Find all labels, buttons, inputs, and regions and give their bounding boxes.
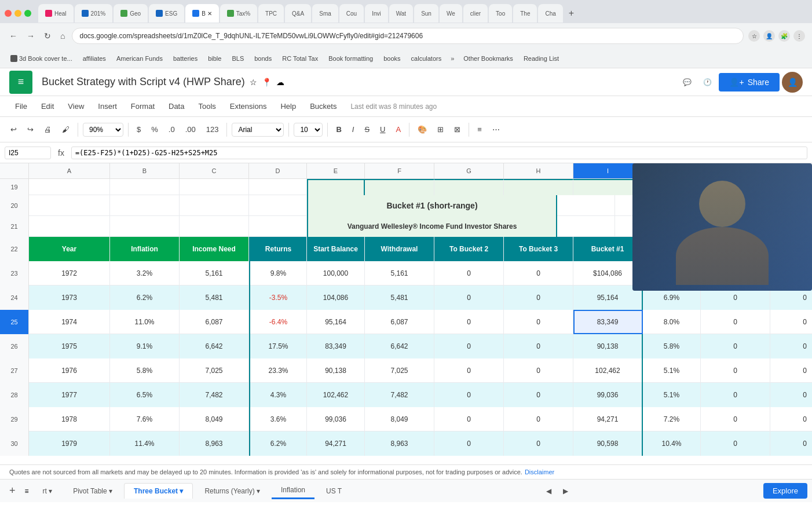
bookmark-bonds[interactable]: bonds	[251, 54, 275, 63]
sheet-tab-three-bucket[interactable]: Three Bucket ▾	[124, 483, 193, 499]
cell-d21[interactable]	[249, 216, 307, 237]
zoom-select[interactable]: 90%	[83, 123, 123, 137]
cell-start-bal-24[interactable]: 104,086	[307, 286, 365, 310]
cell-start-bal-29[interactable]: 99,036	[307, 407, 365, 431]
row-number[interactable]: 21	[0, 216, 29, 237]
col-header-d[interactable]: D	[249, 163, 307, 178]
cell-bucket1-27[interactable]: 102,462	[573, 358, 643, 383]
history-icon[interactable]: 🕐	[698, 74, 716, 91]
browser-tab[interactable]: Q&A	[285, 4, 311, 23]
cell-returns2-29[interactable]: 7.2%	[643, 407, 701, 431]
cell-to-bucket3-29[interactable]: 0	[504, 407, 573, 431]
cell-to-bucket2-23[interactable]: 0	[434, 261, 504, 286]
menu-buckets[interactable]: Buckets	[304, 100, 342, 113]
cell-a20[interactable]	[29, 195, 110, 216]
bookmark-affiliates[interactable]: affiliates	[79, 54, 109, 63]
row-number-27[interactable]: 27	[0, 358, 29, 383]
cell-withdrawal-25[interactable]: 6,087	[365, 310, 434, 334]
bookmark-bls[interactable]: BLS	[228, 54, 247, 63]
browser-tab[interactable]: Cha	[538, 4, 562, 23]
text-color-button[interactable]: A	[393, 123, 405, 136]
sheet-prev-button[interactable]: ◀	[542, 485, 556, 497]
share-button[interactable]: 👤+ Share	[719, 73, 780, 92]
cell-start-bal2-26[interactable]: 0	[701, 334, 770, 358]
decimal-decrease-button[interactable]: .0	[165, 123, 178, 136]
cell-withdrawal2-28[interactable]: 0	[770, 383, 812, 407]
browser-tab[interactable]: We	[440, 4, 462, 23]
bucket1-title-cell[interactable]: Bucket #1 (short-range)	[307, 195, 557, 216]
cell-to-bucket2-25[interactable]: 0	[434, 310, 504, 334]
header-withdrawal[interactable]: Withdrawal	[365, 237, 434, 261]
underline-button[interactable]: U	[376, 123, 389, 136]
browser-tab[interactable]: Too	[489, 4, 512, 23]
menu-help[interactable]: Help	[275, 100, 302, 113]
cell-c21[interactable]	[180, 216, 249, 237]
cell-bucket1-28[interactable]: 99,036	[573, 383, 643, 407]
menu-view[interactable]: View	[62, 100, 90, 113]
browser-tab-active[interactable]: B ✕	[185, 4, 218, 23]
sheet-list-button[interactable]: ≡	[23, 485, 31, 497]
browser-tab[interactable]: TPC	[258, 4, 284, 23]
sheet-tab-returns-yearly[interactable]: Returns (Yearly) ▾	[195, 484, 269, 499]
cell-h19[interactable]	[504, 179, 573, 195]
borders-button[interactable]: ⊞	[434, 123, 447, 136]
browser-tab[interactable]: Heal	[38, 4, 74, 23]
cell-c20[interactable]	[180, 195, 249, 216]
cell-year-23[interactable]: 1972	[29, 261, 110, 286]
cell-d19[interactable]	[249, 179, 307, 195]
formula-input[interactable]	[71, 147, 807, 159]
user-avatar[interactable]: 👤	[782, 72, 803, 93]
cell-inflation-23[interactable]: 3.2%	[110, 261, 180, 286]
cell-returns2-30[interactable]: 10.4%	[643, 431, 701, 456]
cell-year-27[interactable]: 1976	[29, 358, 110, 383]
bookmark-reading-list[interactable]: Reading List	[520, 54, 562, 63]
cell-year-25[interactable]: 1974	[29, 310, 110, 334]
cell-year-29[interactable]: 1978	[29, 407, 110, 431]
cell-start-bal-26[interactable]: 83,349	[307, 334, 365, 358]
cell-a19[interactable]	[29, 179, 110, 195]
col-header-h[interactable]: H	[504, 163, 573, 178]
bookmark-other[interactable]: Other Bookmarks	[460, 54, 517, 63]
cell-bucket1-26[interactable]: 90,138	[573, 334, 643, 358]
bookmark-american-funds[interactable]: American Funds	[113, 54, 166, 63]
cell-j21[interactable]	[557, 216, 615, 237]
cell-withdrawal-28[interactable]: 7,482	[365, 383, 434, 407]
cell-returns-26[interactable]: 17.5%	[249, 334, 307, 358]
cell-returns-24[interactable]: -3.5%	[249, 286, 307, 310]
disclaimer-link[interactable]: Disclaimer	[525, 469, 554, 475]
row-number-28[interactable]: 28	[0, 383, 29, 407]
print-button[interactable]: 🖨	[41, 123, 55, 136]
font-select[interactable]: Arial	[232, 123, 284, 137]
row-number[interactable]: 20	[0, 195, 29, 216]
close-window-btn[interactable]	[5, 10, 12, 17]
cell-start-bal-28[interactable]: 102,462	[307, 383, 365, 407]
row-number-30[interactable]: 30	[0, 431, 29, 456]
bold-button[interactable]: B	[332, 123, 345, 136]
cell-returns-23[interactable]: 9.8%	[249, 261, 307, 286]
col-header-f[interactable]: F	[365, 163, 434, 178]
header-to-bucket2[interactable]: To Bucket 2	[434, 237, 504, 261]
cell-to-bucket2-28[interactable]: 0	[434, 383, 504, 407]
cell-to-bucket3-24[interactable]: 0	[504, 286, 573, 310]
cell-inflation-30[interactable]: 11.4%	[110, 431, 180, 456]
cell-start-bal2-25[interactable]: 0	[701, 310, 770, 334]
col-header-e[interactable]: E	[307, 163, 365, 178]
cell-withdrawal-24[interactable]: 5,481	[365, 286, 434, 310]
bookmarks-overflow[interactable]: »	[448, 55, 456, 62]
cell-a21[interactable]	[29, 216, 110, 237]
location-icon[interactable]: 📍	[262, 78, 272, 87]
bookmark-calculators[interactable]: calculators	[408, 54, 445, 63]
cell-withdrawal-26[interactable]: 6,642	[365, 334, 434, 358]
menu-extensions[interactable]: Extensions	[224, 100, 273, 113]
row-number[interactable]: 22	[0, 237, 29, 261]
cell-start-bal-23[interactable]: 100,000	[307, 261, 365, 286]
row-number-29[interactable]: 29	[0, 407, 29, 431]
cell-year-28[interactable]: 1977	[29, 383, 110, 407]
menu-file[interactable]: File	[9, 100, 33, 113]
cell-to-bucket2-29[interactable]: 0	[434, 407, 504, 431]
format-number-button[interactable]: 123	[203, 123, 222, 136]
cell-start-bal-25[interactable]: 95,164	[307, 310, 365, 334]
settings-icon[interactable]: ⋮	[793, 30, 805, 42]
cell-withdrawal-30[interactable]: 8,963	[365, 431, 434, 456]
cell-d20[interactable]	[249, 195, 307, 216]
